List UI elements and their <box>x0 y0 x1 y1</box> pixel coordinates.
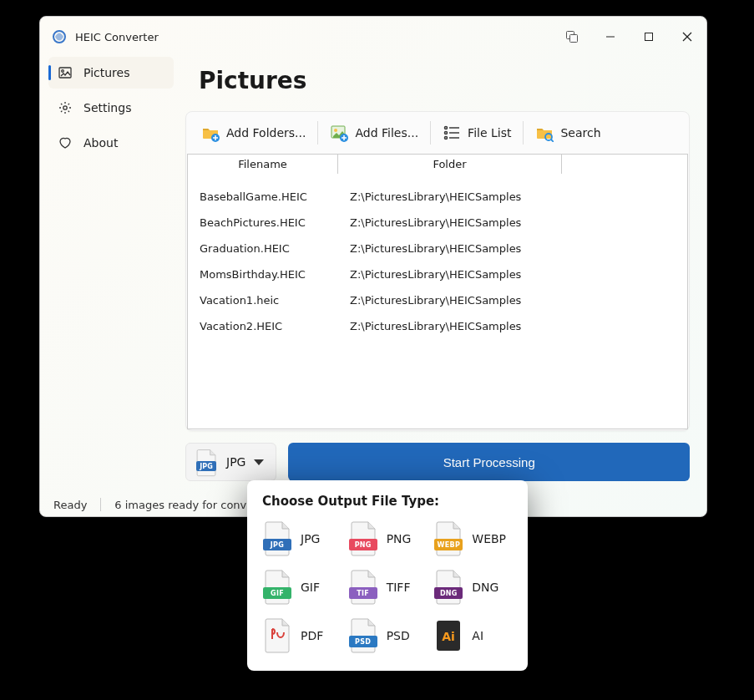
file-list-button[interactable]: File List <box>434 119 519 147</box>
cell-filename: Vacation1.heic <box>200 294 350 307</box>
add-folders-button[interactable]: Add Folders... <box>193 119 314 147</box>
table-row[interactable]: Vacation2.HEICZ:\PicturesLibrary\HEICSam… <box>188 313 687 339</box>
toolbar-separator <box>523 121 524 145</box>
status-separator <box>100 498 101 511</box>
table-row[interactable]: MomsBirthday.HEICZ:\PicturesLibrary\HEIC… <box>188 261 687 287</box>
sidebar-item-settings[interactable]: Settings <box>48 92 174 124</box>
format-label: WEBP <box>472 532 506 545</box>
format-option-png[interactable]: PNGPNG <box>348 520 428 557</box>
close-button[interactable] <box>668 17 706 57</box>
folder-plus-icon <box>201 124 220 142</box>
dng-file-icon: DNG <box>433 569 463 606</box>
svg-rect-2 <box>570 35 578 43</box>
add-files-label: Add Files... <box>355 126 418 139</box>
svg-line-21 <box>551 139 554 142</box>
col-folder[interactable]: Folder <box>338 155 562 174</box>
toolbar: Add Folders... Add Files... <box>186 119 689 154</box>
window-title: HEIC Converter <box>75 31 159 43</box>
psd-file-icon: PSD <box>348 617 378 654</box>
start-processing-button[interactable]: Start Processing <box>288 443 690 481</box>
ai-file-icon: Ai <box>433 617 463 654</box>
jpg-file-icon: JPG <box>195 449 218 475</box>
format-option-jpg[interactable]: JPGJPG <box>262 520 342 557</box>
svg-point-18 <box>445 137 448 139</box>
format-option-psd[interactable]: PSDPSD <box>348 617 428 654</box>
file-list[interactable]: BaseballGame.HEICZ:\PicturesLibrary\HEIC… <box>187 174 688 429</box>
sidebar-item-label: About <box>83 136 118 150</box>
caret-down-icon <box>254 459 264 465</box>
app-icon <box>52 29 67 44</box>
column-headers: Filename Folder <box>187 154 688 174</box>
main-content: Pictures Add Folders... Add Files <box>182 57 706 493</box>
cell-filename: MomsBirthday.HEIC <box>200 268 350 281</box>
toolbar-separator <box>317 121 318 145</box>
format-popup: Choose Output File Type: JPGJPGPNGPNGWEB… <box>247 480 528 671</box>
format-label: TIFF <box>387 581 411 594</box>
format-option-webp[interactable]: WEBPWEBP <box>433 520 513 557</box>
cell-filename: BeachPictures.HEIC <box>200 216 350 229</box>
table-row[interactable]: Vacation1.heicZ:\PicturesLibrary\HEICSam… <box>188 287 687 313</box>
status-left: Ready <box>53 499 87 511</box>
format-label: PDF <box>301 629 323 642</box>
table-row[interactable]: BeachPictures.HEICZ:\PicturesLibrary\HEI… <box>188 210 687 236</box>
format-label: JPG <box>301 532 320 545</box>
format-option-pdf[interactable]: PDF <box>262 617 342 654</box>
popup-title: Choose Output File Type: <box>262 494 513 509</box>
file-card: Add Folders... Add Files... <box>185 111 690 431</box>
folder-search-icon <box>535 124 554 142</box>
jpg-file-icon: JPG <box>262 520 292 557</box>
file-list-label: File List <box>468 126 511 139</box>
sidebar: PicturesSettingsAbout <box>40 57 182 493</box>
table-row[interactable]: Graduation.HEICZ:\PicturesLibrary\HEICSa… <box>188 236 687 261</box>
search-button[interactable]: Search <box>527 119 609 147</box>
snap-layouts-button[interactable] <box>553 17 591 57</box>
cell-folder: Z:\PicturesLibrary\HEICSamples <box>350 216 550 229</box>
sidebar-item-label: Settings <box>83 101 131 114</box>
png-file-icon: PNG <box>348 520 378 557</box>
maximize-button[interactable] <box>630 17 668 57</box>
format-option-gif[interactable]: GIFGIF <box>262 569 342 606</box>
output-format-button[interactable]: JPG JPG <box>185 443 276 481</box>
cell-folder: Z:\PicturesLibrary\HEICSamples <box>350 294 550 307</box>
svg-text:Ai: Ai <box>443 630 456 643</box>
svg-point-16 <box>445 132 448 134</box>
list-icon <box>443 124 461 142</box>
webp-file-icon: WEBP <box>433 520 463 557</box>
svg-rect-4 <box>645 33 653 41</box>
sidebar-item-label: Pictures <box>83 66 129 79</box>
format-label: DNG <box>472 581 498 594</box>
svg-point-8 <box>62 70 64 73</box>
settings-icon <box>58 101 72 114</box>
format-grid: JPGJPGPNGPNGWEBPWEBPGIFGIFTIFTIFFDNGDNGP… <box>262 520 513 654</box>
svg-point-14 <box>445 127 448 129</box>
cell-folder: Z:\PicturesLibrary\HEICSamples <box>350 242 550 255</box>
pictures-icon <box>58 66 72 79</box>
col-spacer <box>562 155 687 174</box>
sidebar-item-pictures[interactable]: Pictures <box>48 57 174 89</box>
cell-filename: Vacation2.HEIC <box>200 320 350 332</box>
format-option-dng[interactable]: DNGDNG <box>433 569 513 606</box>
cell-filename: Graduation.HEIC <box>200 242 350 255</box>
format-option-tiff[interactable]: TIFTIFF <box>348 569 428 606</box>
cell-folder: Z:\PicturesLibrary\HEICSamples <box>350 190 550 203</box>
svg-point-12 <box>334 129 337 132</box>
format-label: PNG <box>387 532 412 545</box>
sidebar-item-about[interactable]: About <box>48 127 174 159</box>
table-row[interactable]: BaseballGame.HEICZ:\PicturesLibrary\HEIC… <box>188 184 687 210</box>
app-window: HEIC Converter PicturesSettingsAbout Pic… <box>39 16 707 517</box>
image-plus-icon <box>330 124 348 142</box>
pdf-file-icon <box>262 617 292 654</box>
format-option-ai[interactable]: AiAI <box>433 617 513 654</box>
svg-point-9 <box>63 106 67 109</box>
tiff-file-icon: TIF <box>348 569 378 606</box>
about-icon <box>58 136 72 150</box>
cell-folder: Z:\PicturesLibrary\HEICSamples <box>350 268 550 281</box>
col-filename[interactable]: Filename <box>188 155 338 174</box>
gif-file-icon: GIF <box>262 569 292 606</box>
titlebar: HEIC Converter <box>40 17 706 57</box>
add-files-button[interactable]: Add Files... <box>321 119 427 147</box>
page-title: Pictures <box>199 67 690 94</box>
minimize-button[interactable] <box>591 17 630 57</box>
svg-rect-7 <box>59 68 71 78</box>
format-label: PSD <box>387 629 410 642</box>
